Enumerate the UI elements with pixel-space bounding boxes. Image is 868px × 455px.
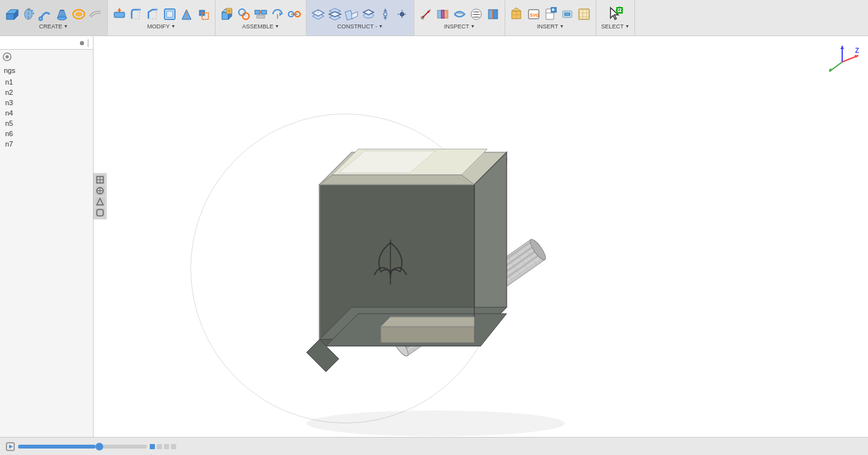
svg-rect-62 bbox=[441, 10, 444, 18]
svg-point-58 bbox=[423, 15, 425, 17]
viewport-icon-1[interactable] bbox=[95, 175, 105, 185]
inspect-arrow: ▼ bbox=[470, 24, 475, 28]
svg-marker-48 bbox=[383, 8, 387, 12]
canvas-icon bbox=[576, 6, 592, 22]
panel-item-6[interactable]: n6 bbox=[0, 128, 93, 139]
left-panel: ⏺ │ ngs n1 n2 n3 n4 n5 n6 n7 bbox=[0, 36, 94, 437]
hammer-model bbox=[145, 75, 726, 437]
panel-item-7[interactable]: n7 bbox=[0, 139, 93, 149]
interference-icon bbox=[435, 6, 450, 22]
panel-item-5[interactable]: n5 bbox=[0, 118, 93, 128]
measure-icon bbox=[418, 6, 434, 22]
viewport-icon-2[interactable] bbox=[95, 186, 105, 196]
angle-plane-icon bbox=[344, 6, 359, 22]
curvature-icon bbox=[452, 6, 467, 22]
insert-svg-icon: SVG bbox=[526, 6, 541, 22]
offset-plane-icon bbox=[310, 6, 326, 22]
tangent-plane-icon bbox=[361, 6, 376, 22]
svg-rect-147 bbox=[97, 210, 103, 216]
new-component-icon bbox=[219, 6, 235, 22]
search-icon: ⏺ bbox=[79, 39, 85, 46]
inspect-label: INSPECT bbox=[444, 23, 469, 30]
svg-rect-78 bbox=[565, 13, 570, 15]
loft-icon bbox=[54, 6, 70, 22]
timeline-controls[interactable] bbox=[5, 441, 176, 452]
panel-toggle[interactable]: │ bbox=[86, 39, 90, 46]
svg-rect-79 bbox=[579, 9, 589, 19]
svg-marker-149 bbox=[9, 445, 13, 449]
svg-point-9 bbox=[76, 12, 82, 16]
svg-marker-12 bbox=[117, 8, 121, 11]
toolbar-group-modify[interactable]: MODIFY ▼ bbox=[108, 0, 216, 35]
section-analysis-icon bbox=[485, 6, 501, 22]
toolbar-group-select[interactable]: SELECT ▼ bbox=[596, 0, 635, 35]
svg-point-5 bbox=[39, 17, 43, 21]
modify-label: MODIFY bbox=[147, 23, 170, 30]
viewport[interactable]: Z bbox=[94, 36, 868, 437]
chamfer-icon bbox=[145, 6, 161, 22]
fillet-icon bbox=[128, 6, 144, 22]
insert-label: INSERT bbox=[537, 23, 558, 30]
svg-marker-125 bbox=[319, 175, 474, 185]
svg-marker-42 bbox=[329, 12, 341, 17]
viewport-icon-4[interactable] bbox=[95, 208, 105, 218]
svg-marker-146 bbox=[97, 199, 103, 205]
insert-dxf-icon bbox=[543, 6, 558, 22]
svg-point-59 bbox=[428, 10, 430, 12]
insert-arrow: ▼ bbox=[560, 24, 564, 28]
svg-rect-66 bbox=[493, 10, 498, 19]
orientation-cube[interactable]: Z bbox=[823, 43, 862, 81]
toolbar-group-insert[interactable]: SVG bbox=[505, 0, 596, 35]
panel-eye-icon[interactable] bbox=[0, 50, 93, 64]
create-label: CREATE bbox=[39, 23, 63, 30]
pipe-icon bbox=[88, 6, 103, 22]
create-arrow: ▼ bbox=[63, 24, 68, 28]
z-axis-label: Z bbox=[855, 47, 859, 54]
extrude-icon bbox=[4, 6, 19, 22]
svg-marker-49 bbox=[383, 17, 387, 20]
svg-rect-28 bbox=[255, 10, 260, 14]
timeline-marker bbox=[150, 444, 176, 449]
modify-arrow: ▼ bbox=[171, 24, 176, 28]
svg-point-27 bbox=[243, 13, 245, 15]
revolve-icon bbox=[21, 6, 36, 22]
construct-label: CONSTRUCT - bbox=[338, 23, 378, 30]
panel-item-3[interactable]: n3 bbox=[0, 97, 93, 108]
press-pull-icon bbox=[112, 6, 127, 22]
svg-rect-29 bbox=[261, 10, 267, 14]
axis-icon bbox=[378, 6, 393, 22]
draft-icon bbox=[179, 6, 194, 22]
toolbar: CREATE ▼ bbox=[0, 0, 868, 36]
panel-item-2[interactable]: n2 bbox=[0, 87, 93, 97]
svg-marker-44 bbox=[352, 12, 358, 19]
timeline-bar[interactable] bbox=[18, 445, 147, 449]
svg-marker-133 bbox=[381, 317, 474, 327]
viewport-icon-3[interactable] bbox=[95, 197, 105, 207]
panel-item-4[interactable]: n4 bbox=[0, 108, 93, 118]
svg-point-53 bbox=[400, 12, 404, 16]
joint-icon bbox=[236, 6, 252, 22]
svg-line-136 bbox=[829, 62, 842, 72]
svg-rect-132 bbox=[381, 327, 474, 343]
svg-rect-14 bbox=[167, 11, 173, 17]
zebra-icon bbox=[469, 6, 484, 22]
search-bar[interactable]: ⏺ │ bbox=[0, 36, 93, 50]
svg-point-89 bbox=[6, 56, 9, 59]
toolbar-group-construct[interactable]: CONSTRUCT - ▼ bbox=[307, 0, 414, 35]
sculpt-icon bbox=[71, 6, 86, 22]
toolbar-group-assemble[interactable]: ASSEMBLE ▼ bbox=[216, 0, 307, 35]
timeline-icon bbox=[5, 441, 15, 452]
motion-link-icon bbox=[287, 6, 302, 22]
assemble-arrow: ▼ bbox=[275, 24, 279, 28]
select-label: SELECT bbox=[601, 23, 624, 30]
midplane-icon bbox=[327, 6, 343, 22]
toolbar-group-create[interactable]: CREATE ▼ bbox=[0, 0, 108, 35]
panel-item-1[interactable]: n1 bbox=[0, 77, 93, 87]
toolbar-group-inspect[interactable]: INSPECT ▼ bbox=[414, 0, 505, 35]
svg-rect-10 bbox=[114, 12, 125, 17]
insert-mesh-icon bbox=[509, 6, 525, 22]
assemble-label: ASSEMBLE bbox=[242, 23, 274, 30]
search-input[interactable] bbox=[3, 39, 77, 46]
drive-icon bbox=[270, 6, 285, 22]
svg-point-90 bbox=[307, 410, 565, 436]
